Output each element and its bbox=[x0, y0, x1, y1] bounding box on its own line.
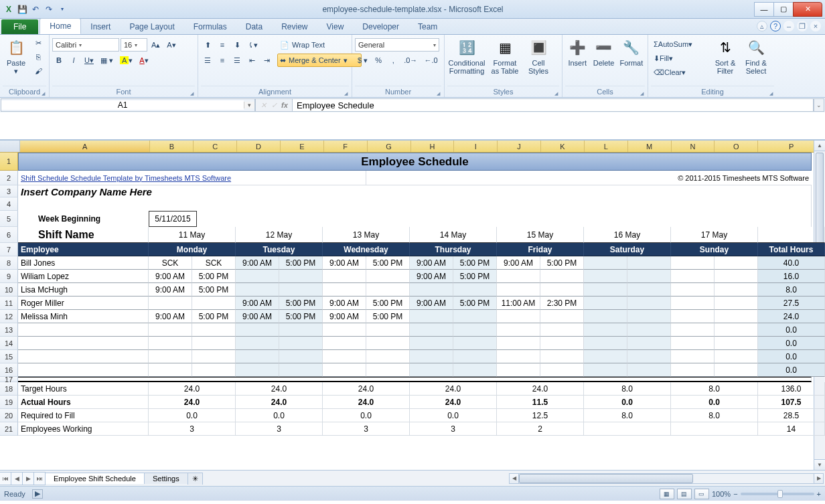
summary-value[interactable]: 3 bbox=[149, 422, 236, 436]
shift-cell[interactable] bbox=[540, 310, 584, 323]
doc-restore-icon[interactable]: ❐ bbox=[797, 21, 808, 31]
sort-filter-button[interactable]: ⇅Sort & Filter bbox=[711, 36, 739, 76]
row-14[interactable]: 14 bbox=[0, 337, 18, 350]
formula-bar[interactable]: Employee Schedule bbox=[292, 98, 814, 112]
qat-dropdown-icon[interactable]: ▾ bbox=[56, 3, 68, 15]
align-top-icon[interactable]: ⬆ bbox=[201, 38, 214, 52]
fx-icon[interactable]: fx bbox=[280, 101, 289, 109]
shift-cell[interactable]: 5:00 PM bbox=[366, 256, 410, 270]
total-hours[interactable]: 0.0 bbox=[758, 350, 825, 363]
close-button[interactable]: ✕ bbox=[793, 2, 822, 17]
page-break-view-icon[interactable]: ▭ bbox=[694, 489, 709, 499]
name-box-dropdown-icon[interactable]: ▾ bbox=[244, 102, 254, 108]
hscroll-thumb[interactable] bbox=[519, 474, 693, 483]
summary-value[interactable]: 0.0 bbox=[584, 396, 671, 409]
shift-cell[interactable] bbox=[323, 337, 366, 350]
employee-name[interactable] bbox=[18, 337, 149, 350]
employee-name[interactable]: Lisa McHugh bbox=[18, 283, 149, 297]
shift-cell[interactable] bbox=[584, 323, 627, 337]
shift-cell[interactable] bbox=[584, 283, 627, 297]
shift-cell[interactable] bbox=[671, 363, 715, 377]
row-11[interactable]: 11 bbox=[0, 297, 18, 310]
shift-cell[interactable] bbox=[453, 310, 497, 323]
shift-cell[interactable] bbox=[497, 310, 540, 323]
shift-cell[interactable] bbox=[192, 337, 236, 350]
tab-developer[interactable]: Developer bbox=[353, 19, 408, 34]
shift-cell[interactable] bbox=[279, 270, 323, 283]
increase-decimal-icon[interactable]: .0→ bbox=[401, 54, 420, 67]
shift-cell[interactable] bbox=[236, 337, 279, 350]
shift-cell[interactable] bbox=[627, 337, 671, 350]
shift-cell[interactable] bbox=[715, 323, 758, 337]
summary-value[interactable]: 0.0 bbox=[236, 409, 323, 422]
tab-insert[interactable]: Insert bbox=[81, 19, 120, 34]
cells-grid[interactable]: Employee ScheduleShift Schedule Schedule… bbox=[18, 153, 825, 436]
summary-value[interactable]: 8.0 bbox=[584, 409, 671, 422]
shift-cell[interactable] bbox=[410, 337, 453, 350]
shift-cell[interactable] bbox=[715, 283, 758, 297]
shift-cell[interactable] bbox=[279, 350, 323, 363]
shift-cell[interactable]: 5:00 PM bbox=[453, 256, 497, 270]
header-day[interactable]: Friday bbox=[497, 243, 584, 256]
sheet-tab-settings[interactable]: Settings bbox=[144, 473, 188, 484]
shift-cell[interactable] bbox=[584, 256, 627, 270]
italic-button[interactable]: I bbox=[67, 54, 80, 67]
tab-nav-prev-icon[interactable]: ◀ bbox=[11, 472, 23, 485]
hscroll-right-icon[interactable]: ▶ bbox=[814, 474, 823, 483]
help-icon[interactable]: ? bbox=[770, 21, 781, 31]
shift-name[interactable]: Shift Name bbox=[18, 227, 149, 243]
row-21[interactable]: 21 bbox=[0, 422, 18, 436]
horizontal-scrollbar[interactable]: ◀ ▶ bbox=[509, 473, 824, 484]
fill-button[interactable]: ⬇ Fill ▾ bbox=[651, 52, 708, 65]
shift-cell[interactable] bbox=[410, 363, 453, 377]
doc-minimize-icon[interactable]: – bbox=[783, 21, 794, 31]
shift-cell[interactable]: SCK bbox=[149, 256, 192, 270]
col-N[interactable]: N bbox=[672, 141, 715, 152]
col-L[interactable]: L bbox=[585, 141, 628, 152]
shift-cell[interactable] bbox=[149, 297, 192, 310]
worksheet-area[interactable]: ▲ ▼ A B C D E F G H I J K L M N O P 1234… bbox=[0, 140, 825, 470]
summary-value[interactable] bbox=[671, 422, 758, 436]
wrap-text-button[interactable]: 📄Wrap Text bbox=[277, 38, 351, 52]
shift-cell[interactable] bbox=[236, 350, 279, 363]
row-20[interactable]: 20 bbox=[0, 409, 18, 422]
shift-cell[interactable] bbox=[192, 363, 236, 377]
total-hours[interactable]: 8.0 bbox=[758, 283, 825, 297]
shift-cell[interactable] bbox=[671, 337, 715, 350]
shift-cell[interactable] bbox=[671, 310, 715, 323]
row-3[interactable]: 3 bbox=[0, 185, 18, 197]
shift-cell[interactable] bbox=[410, 310, 453, 323]
number-format-combo[interactable]: General▾ bbox=[355, 38, 439, 52]
page-layout-view-icon[interactable]: ▤ bbox=[677, 489, 692, 499]
shift-cell[interactable] bbox=[540, 350, 584, 363]
conditional-formatting-button[interactable]: 🔢Conditional Formatting bbox=[447, 36, 486, 76]
shrink-font-icon[interactable]: A▾ bbox=[164, 38, 178, 52]
shift-cell[interactable] bbox=[410, 350, 453, 363]
total-hours[interactable]: 0.0 bbox=[758, 337, 825, 350]
clear-button[interactable]: ⌫ Clear ▾ bbox=[651, 66, 708, 79]
shift-cell[interactable]: 9:00 AM bbox=[323, 256, 366, 270]
format-as-table-button[interactable]: ▦Format as Table bbox=[488, 36, 522, 76]
shift-cell[interactable] bbox=[279, 323, 323, 337]
col-D[interactable]: D bbox=[237, 141, 281, 152]
autosum-button[interactable]: Σ AutoSum ▾ bbox=[651, 37, 708, 51]
blank[interactable] bbox=[18, 197, 812, 211]
zoom-in-icon[interactable]: + bbox=[817, 490, 821, 498]
shift-cell[interactable] bbox=[366, 337, 410, 350]
shift-cell[interactable] bbox=[671, 283, 715, 297]
row-6[interactable]: 6 bbox=[0, 227, 18, 243]
tab-nav-first-icon[interactable]: ⏮ bbox=[0, 472, 11, 485]
increase-indent-icon[interactable]: ⇥ bbox=[260, 54, 273, 67]
total-hours[interactable]: 24.0 bbox=[758, 310, 825, 323]
shift-cell[interactable] bbox=[236, 363, 279, 377]
employee-name[interactable] bbox=[18, 350, 149, 363]
shift-cell[interactable] bbox=[497, 270, 540, 283]
tab-review[interactable]: Review bbox=[272, 19, 317, 34]
blank[interactable] bbox=[197, 211, 812, 227]
shift-cell[interactable] bbox=[149, 337, 192, 350]
col-I[interactable]: I bbox=[454, 141, 498, 152]
blank[interactable] bbox=[758, 227, 825, 243]
comma-format-icon[interactable]: , bbox=[386, 54, 400, 67]
employee-name[interactable] bbox=[18, 323, 149, 337]
row-10[interactable]: 10 bbox=[0, 283, 18, 297]
